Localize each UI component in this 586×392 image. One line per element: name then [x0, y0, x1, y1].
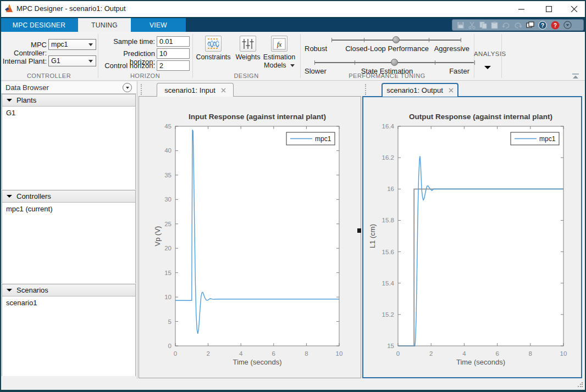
ribbon-tuning: MPC Controller: mpc1 Internal Plant: G1 …	[0, 32, 586, 81]
plants-section-header[interactable]: Plants	[2, 94, 135, 107]
data-browser-menu-button[interactable]	[123, 83, 132, 92]
scenarios-list: scenario1	[2, 296, 135, 376]
input-panel-drag-grip[interactable]	[141, 84, 142, 95]
mpc-controller-value: mpc1	[51, 41, 68, 48]
prediction-horizon-input[interactable]	[157, 48, 190, 59]
tab-scenario1-output[interactable]: scenario1: Output	[382, 83, 458, 97]
svg-text:8: 8	[305, 350, 308, 357]
tab-tuning[interactable]: TUNING	[78, 18, 131, 32]
svg-text:40: 40	[164, 147, 172, 154]
maximize-button[interactable]	[538, 2, 560, 15]
scenarios-section-header[interactable]: Scenarios	[2, 284, 135, 296]
svg-text:?: ?	[541, 22, 544, 28]
svg-text:Time (seconds): Time (seconds)	[456, 358, 505, 366]
output-panel-drag-grip[interactable]	[365, 84, 366, 95]
svg-text:20: 20	[164, 245, 172, 251]
svg-text:16: 16	[387, 186, 394, 192]
mpc-designer-window: MPC Designer - scenario1: Output MPC DES…	[0, 0, 586, 392]
input-tab-label: scenario1: Input	[164, 86, 215, 94]
svg-text:15.2: 15.2	[382, 311, 394, 318]
input-response-chart: 0246810051015202530354045Input Response …	[139, 97, 361, 378]
sidebar-splitter[interactable]	[137, 81, 137, 379]
svg-text:15.4: 15.4	[382, 280, 395, 287]
sample-time-input[interactable]	[157, 36, 190, 47]
constraints-icon	[207, 37, 220, 50]
analysis-expand-icon[interactable]	[484, 69, 491, 79]
scenarios-label: Scenarios	[16, 286, 48, 294]
mpc-controller-label: MPC Controller:	[0, 41, 47, 57]
performance-slider-labels: Robust Closed-Loop Performance Aggressiv…	[305, 44, 469, 53]
qat-expand-icon[interactable]	[563, 21, 572, 29]
copy-icon[interactable]	[479, 21, 487, 29]
window-border-left	[0, 0, 1, 392]
list-item-plant[interactable]: G1	[2, 107, 135, 117]
svg-text:15: 15	[387, 343, 394, 349]
output-response-chart: 02468101515.215.415.615.81616.216.4Outpu…	[363, 98, 581, 377]
mpc-controller-dropdown[interactable]: mpc1	[48, 39, 96, 50]
controller-section-label: CONTROLLER	[0, 72, 98, 79]
svg-text:6: 6	[272, 350, 275, 357]
internal-plant-dropdown[interactable]: G1	[48, 55, 96, 66]
maximize-icon	[546, 6, 552, 12]
svg-text:10: 10	[336, 350, 343, 357]
panel-splitter-handle[interactable]	[357, 228, 361, 233]
default-layout-icon[interactable]	[526, 21, 534, 29]
tab-mpc-designer[interactable]: MPC DESIGNER	[0, 18, 78, 32]
aggressive-label: Aggressive	[434, 44, 469, 53]
collapse-triangle-icon	[7, 195, 12, 198]
titlebar: MPC Designer - scenario1: Output	[0, 0, 586, 17]
svg-text:0: 0	[168, 343, 172, 349]
analysis-gallery-button[interactable]: ANALYSIS	[474, 51, 501, 57]
list-item-scenario[interactable]: scenario1	[2, 296, 135, 307]
data-browser-header: Data Browser	[1, 82, 136, 94]
chevron-down-icon	[290, 64, 295, 67]
controllers-section-header[interactable]: Controllers	[2, 191, 135, 203]
close-button[interactable]	[563, 2, 585, 15]
save-icon[interactable]	[457, 21, 465, 29]
titlebar-divider	[0, 17, 586, 18]
svg-text:2: 2	[206, 350, 209, 357]
resize-grip[interactable]	[577, 382, 583, 387]
internal-plant-label: Internal Plant:	[0, 57, 47, 65]
quick-access-toolbar: ? ?	[452, 19, 584, 31]
svg-text:Output Response (against inter: Output Response (against internal plant)	[409, 113, 552, 121]
close-input-tab-icon[interactable]	[221, 88, 226, 93]
tab-view[interactable]: VIEW	[131, 18, 186, 32]
window-border-bottom	[0, 390, 586, 392]
closed-loop-performance-slider[interactable]	[331, 36, 461, 44]
svg-text:35: 35	[164, 172, 172, 178]
cut-icon[interactable]	[468, 21, 476, 29]
svg-text:30: 30	[164, 196, 172, 203]
paste-icon[interactable]	[491, 21, 498, 29]
undo-icon[interactable]	[502, 21, 510, 29]
svg-text:16.2: 16.2	[382, 154, 394, 161]
window-border-top	[0, 0, 586, 1]
estimation-models-button[interactable]: fx Estimation Models	[259, 36, 300, 70]
help-icon[interactable]: ?	[538, 21, 547, 30]
control-horizon-input[interactable]	[157, 60, 190, 71]
tab-scenario1-input[interactable]: scenario1: Input	[157, 83, 234, 97]
minimize-button[interactable]	[510, 2, 532, 15]
svg-text:?: ?	[554, 22, 557, 28]
slider-knob[interactable]	[391, 59, 398, 66]
controllers-list: mpc1 (current)	[2, 203, 135, 283]
slider-knob[interactable]	[392, 36, 400, 43]
list-item-controller[interactable]: mpc1 (current)	[2, 203, 135, 213]
chevron-down-icon	[89, 43, 93, 46]
svg-text:0: 0	[174, 350, 177, 357]
redo-icon[interactable]	[514, 21, 522, 29]
controllers-section: Controllers mpc1 (current)	[2, 190, 136, 283]
svg-text:0: 0	[396, 350, 400, 357]
svg-text:6: 6	[495, 350, 499, 357]
internal-plant-value: G1	[51, 57, 60, 65]
matlab-help-icon[interactable]: ?	[551, 21, 560, 30]
close-output-tab-icon[interactable]	[449, 88, 454, 93]
minimize-icon	[518, 6, 524, 12]
plants-list: G1	[2, 107, 135, 189]
state-estimation-slider[interactable]	[314, 59, 475, 66]
minimize-ribbon-button[interactable]	[572, 71, 579, 81]
design-section-label: DESIGN	[192, 72, 300, 79]
divider	[300, 34, 301, 78]
divider	[501, 34, 502, 78]
svg-text:mpc1: mpc1	[539, 135, 556, 143]
